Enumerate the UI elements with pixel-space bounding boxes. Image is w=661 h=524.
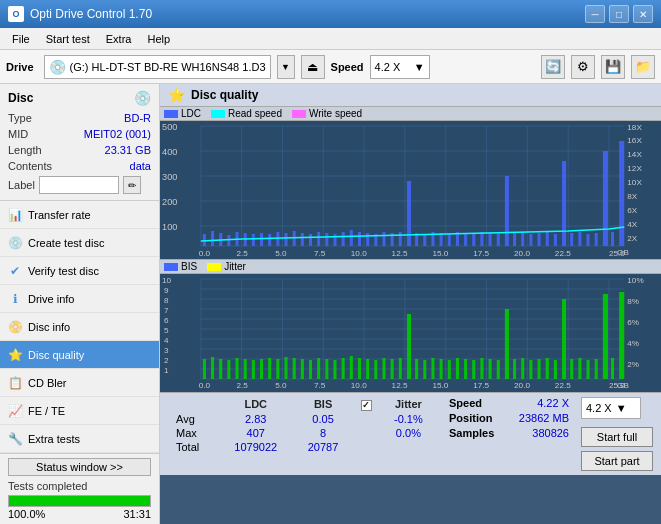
- maximize-button[interactable]: □: [609, 5, 629, 23]
- mid-label: MID: [8, 126, 28, 142]
- menu-start-test[interactable]: Start test: [38, 31, 98, 47]
- top-chart: 500 400 300 200 100 0.0 2.5 5.0 7.5 10.0…: [160, 121, 661, 259]
- svg-rect-163: [562, 299, 566, 379]
- svg-rect-157: [513, 359, 516, 379]
- sidebar-item-cd-bler[interactable]: 📋 CD Bler: [0, 369, 159, 397]
- sidebar-item-create-test-disc[interactable]: 💿 Create test disc: [0, 229, 159, 257]
- svg-rect-158: [521, 358, 524, 379]
- samples-label: Samples: [449, 427, 494, 439]
- svg-text:12X: 12X: [627, 164, 642, 173]
- svg-rect-21: [227, 235, 230, 246]
- svg-rect-170: [619, 292, 624, 379]
- svg-text:17.5: 17.5: [473, 249, 489, 258]
- drive-value: (G:) HL-DT-ST BD-RE WH16NS48 1.D3: [70, 61, 266, 73]
- svg-text:8X: 8X: [627, 192, 638, 201]
- refresh-button[interactable]: 🔄: [541, 55, 565, 79]
- media-button[interactable]: 💾: [601, 55, 625, 79]
- samples-value: 380826: [532, 427, 569, 439]
- status-window-button[interactable]: Status window >>: [8, 458, 151, 476]
- start-part-button[interactable]: Start part: [581, 451, 653, 471]
- title-bar: O Opti Drive Control 1.70 ─ □ ✕: [0, 0, 661, 28]
- content-header-icon: ⭐: [168, 87, 185, 103]
- sidebar-item-extra-tests[interactable]: 🔧 Extra tests: [0, 425, 159, 453]
- svg-text:7.5: 7.5: [314, 249, 326, 258]
- svg-text:400: 400: [162, 147, 177, 157]
- menu-extra[interactable]: Extra: [98, 31, 140, 47]
- drive-icon: 💿: [49, 59, 66, 75]
- save-button[interactable]: 📁: [631, 55, 655, 79]
- col-ldc: LDC: [218, 397, 293, 412]
- total-label: Total: [168, 440, 218, 454]
- disc-panel: Disc 💿 Type BD-R MID MEIT02 (001) Length…: [0, 84, 159, 201]
- status-text: Tests completed: [8, 480, 151, 492]
- svg-text:5.0: 5.0: [275, 249, 287, 258]
- mid-value: MEIT02 (001): [84, 126, 151, 142]
- sidebar: Disc 💿 Type BD-R MID MEIT02 (001) Length…: [0, 84, 160, 524]
- svg-rect-30: [301, 233, 304, 246]
- status-time: 31:31: [123, 508, 151, 520]
- svg-rect-136: [342, 358, 345, 379]
- svg-rect-126: [260, 359, 263, 379]
- sidebar-item-fe-te[interactable]: 📈 FE / TE: [0, 397, 159, 425]
- speed-selector[interactable]: 4.2 X ▼: [370, 55, 430, 79]
- drive-dropdown-arrow[interactable]: ▼: [277, 55, 295, 79]
- max-jitter: 0.0%: [380, 426, 437, 440]
- sidebar-item-disc-quality[interactable]: ⭐ Disc quality: [0, 341, 159, 369]
- svg-rect-52: [480, 232, 483, 246]
- label-input[interactable]: [39, 176, 119, 194]
- speed-stat-label: Speed: [449, 397, 482, 409]
- speed-dropdown[interactable]: 4.2 X ▼: [581, 397, 641, 419]
- svg-rect-67: [603, 151, 608, 246]
- svg-text:7: 7: [164, 306, 169, 315]
- svg-rect-166: [587, 360, 590, 379]
- window-controls: ─ □ ✕: [585, 5, 653, 23]
- jitter-checkbox[interactable]: ✓: [361, 400, 372, 411]
- sidebar-item-drive-info[interactable]: ℹ Drive info: [0, 285, 159, 313]
- svg-rect-125: [252, 360, 255, 379]
- extra-tests-icon: 🔧: [8, 432, 22, 446]
- svg-rect-164: [570, 359, 573, 379]
- svg-text:12.5: 12.5: [392, 381, 408, 390]
- start-full-button[interactable]: Start full: [581, 427, 653, 447]
- svg-rect-127: [268, 358, 271, 379]
- svg-rect-35: [342, 232, 345, 246]
- sidebar-nav: 📊 Transfer rate 💿 Create test disc ✔ Ver…: [0, 201, 159, 453]
- menu-help[interactable]: Help: [139, 31, 178, 47]
- nav-label-extra-tests: Extra tests: [28, 433, 80, 445]
- svg-rect-24: [252, 234, 255, 246]
- svg-rect-154: [489, 359, 492, 379]
- settings-button[interactable]: ⚙: [571, 55, 595, 79]
- write-speed-label: Write speed: [309, 108, 362, 119]
- close-button[interactable]: ✕: [633, 5, 653, 23]
- menu-bar: File Start test Extra Help: [0, 28, 661, 50]
- speed-dropdown-value: 4.2 X: [586, 402, 612, 414]
- jitter-color: [207, 263, 221, 271]
- svg-text:0.0: 0.0: [199, 381, 211, 390]
- total-ldc: 1079022: [218, 440, 293, 454]
- jitter-legend: Jitter: [207, 261, 246, 272]
- nav-label-disc-info: Disc info: [28, 321, 70, 333]
- svg-rect-130: [293, 358, 296, 379]
- drive-selector[interactable]: 💿 (G:) HL-DT-ST BD-RE WH16NS48 1.D3: [44, 55, 271, 79]
- eject-button[interactable]: ⏏: [301, 55, 325, 79]
- ldc-label: LDC: [181, 108, 201, 119]
- svg-rect-148: [440, 359, 443, 379]
- svg-rect-69: [619, 141, 624, 246]
- sidebar-item-disc-info[interactable]: 📀 Disc info: [0, 313, 159, 341]
- svg-rect-29: [293, 231, 296, 246]
- sidebar-item-transfer-rate[interactable]: 📊 Transfer rate: [0, 201, 159, 229]
- sidebar-item-verify-test-disc[interactable]: ✔ Verify test disc: [0, 257, 159, 285]
- svg-text:4X: 4X: [627, 220, 638, 229]
- svg-text:GB: GB: [617, 381, 629, 390]
- label-edit-button[interactable]: ✏: [123, 176, 141, 194]
- svg-text:1: 1: [164, 366, 169, 375]
- menu-file[interactable]: File: [4, 31, 38, 47]
- svg-text:5.0: 5.0: [275, 381, 287, 390]
- svg-rect-150: [456, 358, 459, 379]
- avg-bis: 0.05: [293, 412, 353, 426]
- svg-rect-128: [276, 359, 279, 379]
- svg-rect-27: [276, 232, 279, 246]
- minimize-button[interactable]: ─: [585, 5, 605, 23]
- svg-rect-137: [350, 356, 353, 379]
- svg-rect-168: [603, 294, 608, 379]
